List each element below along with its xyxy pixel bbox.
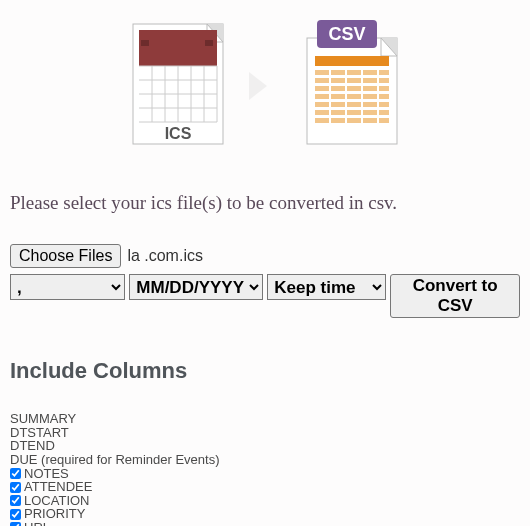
- convert-button[interactable]: Convert to CSV: [390, 274, 520, 318]
- svg-rect-2: [141, 40, 149, 46]
- svg-rect-19: [347, 70, 361, 75]
- svg-rect-16: [315, 56, 389, 66]
- svg-rect-31: [379, 86, 389, 91]
- svg-rect-50: [363, 118, 377, 123]
- column-label: DTSTART: [10, 426, 69, 440]
- instruction-text: Please select your ics file(s) to be con…: [10, 192, 520, 214]
- selected-file-label: la .com.ics: [127, 247, 203, 265]
- svg-rect-46: [379, 110, 389, 115]
- svg-rect-20: [363, 70, 377, 75]
- date-format-select[interactable]: MM/DD/YYYY: [129, 274, 263, 300]
- svg-rect-44: [347, 110, 361, 115]
- svg-rect-32: [315, 94, 329, 99]
- svg-rect-42: [315, 110, 329, 115]
- svg-rect-48: [331, 118, 345, 123]
- column-checkbox[interactable]: [10, 482, 21, 493]
- svg-rect-1: [139, 30, 217, 66]
- svg-rect-27: [315, 86, 329, 91]
- column-checkbox[interactable]: [10, 509, 21, 520]
- svg-rect-18: [331, 70, 345, 75]
- include-columns-heading: Include Columns: [10, 358, 520, 384]
- columns-list: SUMMARYDTSTARTDTENDDUE (required for Rem…: [10, 412, 520, 526]
- svg-rect-34: [347, 94, 361, 99]
- ics-label: ICS: [165, 125, 192, 142]
- file-picker-row: Choose Files la .com.ics: [10, 244, 520, 268]
- format-graphic-row: ICS CSV: [10, 20, 520, 152]
- svg-rect-24: [347, 78, 361, 83]
- svg-rect-22: [315, 78, 329, 83]
- svg-rect-29: [347, 86, 361, 91]
- svg-rect-21: [379, 70, 389, 75]
- time-option-select[interactable]: Keep time: [267, 274, 386, 300]
- column-fixed-item: DTEND: [10, 439, 520, 453]
- svg-rect-38: [331, 102, 345, 107]
- column-label: DTEND: [10, 439, 55, 453]
- column-checkable-item: PRIORITY: [10, 507, 520, 521]
- column-label: URL: [24, 521, 50, 526]
- column-label: DUE (required for Reminder Events): [10, 453, 220, 467]
- svg-rect-40: [363, 102, 377, 107]
- ics-file-icon: ICS: [129, 20, 227, 152]
- svg-rect-43: [331, 110, 345, 115]
- column-label: LOCATION: [24, 494, 90, 508]
- column-checkable-item: URL: [10, 521, 520, 526]
- svg-rect-41: [379, 102, 389, 107]
- svg-rect-49: [347, 118, 361, 123]
- svg-rect-45: [363, 110, 377, 115]
- csv-label: CSV: [328, 24, 365, 44]
- column-label: SUMMARY: [10, 412, 76, 426]
- svg-rect-26: [379, 78, 389, 83]
- column-label: ATTENDEE: [24, 480, 92, 494]
- csv-file-icon: CSV: [293, 20, 401, 152]
- choose-files-button[interactable]: Choose Files: [10, 244, 121, 268]
- column-checkbox[interactable]: [10, 495, 21, 506]
- svg-rect-35: [363, 94, 377, 99]
- svg-rect-33: [331, 94, 345, 99]
- column-label: PRIORITY: [24, 507, 85, 521]
- options-row: , MM/DD/YYYY Keep time Convert to CSV: [10, 274, 520, 318]
- column-fixed-item: SUMMARY: [10, 412, 520, 426]
- column-checkbox[interactable]: [10, 522, 21, 526]
- column-checkable-item: NOTES: [10, 467, 520, 481]
- svg-rect-30: [363, 86, 377, 91]
- column-label: NOTES: [24, 467, 69, 481]
- column-fixed-item: DTSTART: [10, 426, 520, 440]
- arrow-icon: [247, 68, 273, 104]
- svg-rect-37: [315, 102, 329, 107]
- column-checkable-item: ATTENDEE: [10, 480, 520, 494]
- svg-rect-51: [379, 118, 389, 123]
- column-checkable-item: LOCATION: [10, 494, 520, 508]
- svg-rect-17: [315, 70, 329, 75]
- column-fixed-item: DUE (required for Reminder Events): [10, 453, 520, 467]
- svg-rect-39: [347, 102, 361, 107]
- svg-rect-28: [331, 86, 345, 91]
- svg-rect-47: [315, 118, 329, 123]
- svg-rect-3: [205, 40, 213, 46]
- column-checkbox[interactable]: [10, 468, 21, 479]
- delimiter-select[interactable]: ,: [10, 274, 125, 300]
- svg-rect-25: [363, 78, 377, 83]
- svg-rect-36: [379, 94, 389, 99]
- svg-rect-23: [331, 78, 345, 83]
